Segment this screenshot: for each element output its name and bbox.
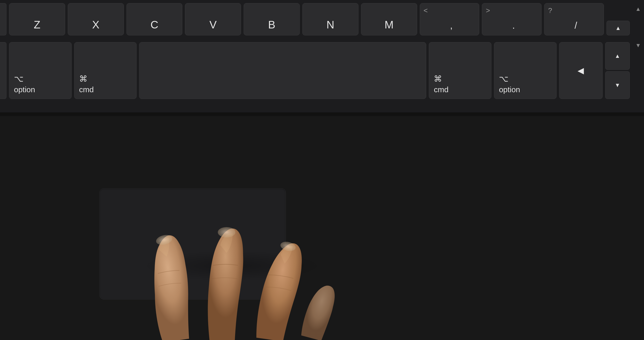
key-arrow-down[interactable]: ▼ — [605, 71, 630, 99]
key-b[interactable]: B — [244, 3, 300, 35]
key-n-label: N — [326, 19, 334, 31]
arrow-left-icon: ◀ — [578, 66, 584, 75]
key-right-option[interactable]: ⌥ option — [494, 42, 557, 99]
arrow-up-icon: ▲ — [615, 25, 621, 32]
pinky-finger — [300, 282, 338, 340]
key-left-cmd[interactable]: ⌘ cmd — [74, 42, 137, 99]
key-period[interactable]: > . — [482, 3, 542, 35]
key-m-label: M — [385, 19, 394, 31]
keyboard-body-separator — [0, 112, 644, 116]
index-finger — [145, 232, 196, 340]
key-arrow-left[interactable]: ◀ — [559, 42, 603, 99]
key-x[interactable]: X — [68, 3, 124, 35]
key-left-option[interactable]: ⌥ option — [9, 42, 72, 99]
key-slash-sublabel: ? — [548, 6, 552, 15]
key-row-bottom: ⌥ option ⌘ cmd ⌘ cmd ⌥ option ◀ ▲ — [0, 40, 644, 106]
key-left-cmd-label: cmd — [79, 85, 94, 94]
trackpad-section — [0, 116, 644, 340]
scroll-up-arrow[interactable]: ▲ — [635, 6, 641, 12]
right-scroll-bar: ▲ — [632, 3, 644, 12]
key-right-option-label: option — [499, 85, 520, 94]
key-comma-label: , — [450, 20, 453, 31]
key-right-cmd-label: cmd — [434, 85, 448, 94]
key-x-label: X — [92, 19, 99, 31]
key-period-sublabel: > — [486, 6, 490, 15]
key-c[interactable]: C — [126, 3, 183, 35]
option-icon-left: ⌥ — [14, 74, 24, 84]
partial-left-key — [0, 3, 6, 35]
key-b-label: B — [268, 19, 275, 31]
cmd-icon-right: ⌘ — [434, 74, 442, 84]
key-slash[interactable]: ? / — [544, 3, 604, 35]
right-scroll-bar-bottom: ▼ — [632, 42, 644, 51]
down-arrow-icon: ▼ — [615, 82, 620, 89]
arrow-up-down-cluster: ▲ ▼ — [605, 42, 630, 99]
key-v[interactable]: V — [185, 3, 241, 35]
scroll-down-arrow[interactable]: ▼ — [635, 42, 641, 49]
up-arrow-icon: ▲ — [615, 53, 620, 59]
cmd-icon-left: ⌘ — [79, 74, 87, 84]
key-n[interactable]: N — [302, 3, 358, 35]
key-c-label: C — [151, 19, 158, 31]
key-left-option-label: option — [14, 85, 35, 94]
key-comma-sublabel: < — [424, 6, 428, 15]
right-partial-area: ▲ — [606, 3, 630, 35]
key-slash-label: / — [575, 20, 577, 31]
fingers-svg — [0, 116, 644, 340]
middle-finger — [208, 227, 243, 340]
key-z[interactable]: Z — [9, 3, 65, 35]
option-icon-right: ⌥ — [499, 74, 508, 84]
keyboard-section: Z X C V B N M < , > . ? / — [0, 0, 644, 112]
key-right-cmd[interactable]: ⌘ cmd — [429, 42, 491, 99]
key-row-top: Z X C V B N M < , > . ? / — [0, 0, 644, 40]
key-m[interactable]: M — [361, 3, 417, 35]
key-period-label: . — [512, 20, 515, 31]
key-v-label: V — [209, 19, 217, 31]
arrow-up-key[interactable]: ▲ — [606, 21, 630, 35]
partial-left-key-bottom — [0, 42, 6, 99]
key-spacebar[interactable] — [139, 42, 426, 99]
key-comma[interactable]: < , — [420, 3, 480, 35]
key-z-label: Z — [34, 19, 41, 31]
key-arrow-up[interactable]: ▲ — [605, 42, 630, 70]
